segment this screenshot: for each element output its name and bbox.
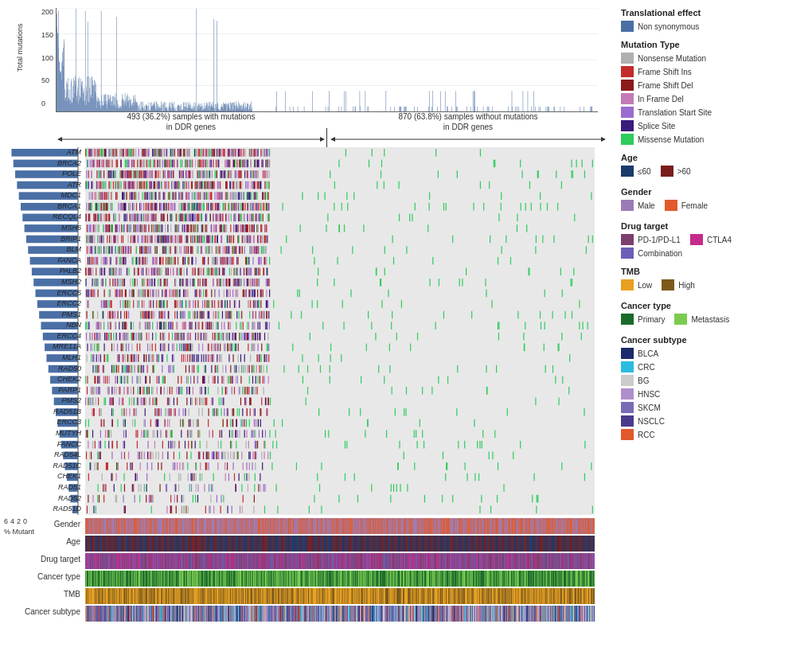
combination-color: [621, 248, 634, 259]
gene-name-rad51d: RAD51D: [4, 504, 84, 515]
gene-name-brca1: BRCA1: [4, 201, 84, 212]
gene-name-brip1: BRIP1: [4, 234, 84, 245]
gene-name-rad51: RAD51: [4, 482, 84, 493]
gene-name-palb2: PALB2: [4, 266, 84, 277]
gene-name-atm: ATM: [4, 147, 84, 158]
legend-drug-title: Drug target: [621, 221, 804, 231]
legend-gender: Gender Male Female: [621, 187, 804, 213]
legend-item-non-synonymous: Non synonymous: [621, 21, 804, 32]
y-axis-labels: 200 150 100 50 0: [41, 8, 53, 107]
legend-age: Age ≤60 >60: [621, 153, 804, 179]
gene-name-parp1: PARP1: [4, 385, 84, 396]
gene-name-mutyh: MUTYH: [4, 428, 84, 439]
legend-tmb-title: TMB: [621, 267, 804, 276]
track-label-age: Age: [4, 533, 84, 551]
nonsense-color: [621, 53, 634, 64]
gene-name-ercc4: ERCC4: [4, 331, 84, 342]
blca-color: [621, 348, 634, 359]
top-chart-area: Total mutations 200 150 100 50 0: [8, 4, 609, 119]
legend-drug-target: Drug target PD-1/PD-L1 CTLA4 Combination: [621, 221, 804, 259]
primary-color: [621, 314, 634, 325]
gene-name-chek1: CHEK1: [4, 471, 84, 482]
track-label-gender: Gender: [4, 516, 84, 533]
male-color: [621, 200, 634, 211]
gene-name-rad54l: RAD54L: [4, 450, 84, 461]
y-axis-title: Total mutations: [16, 23, 24, 72]
arrow-divider: [326, 128, 327, 147]
legend-mutation-title: Mutation Type: [621, 40, 804, 49]
gene-name-pole: POLE: [4, 169, 84, 180]
gene-name-atr: ATR: [4, 180, 84, 191]
crc-color: [621, 361, 634, 372]
gene-name-rad52: RAD52: [4, 493, 84, 505]
gene-name-nbn: NBN: [4, 320, 84, 331]
bottom-tracks: [85, 517, 595, 633]
gene-name-fancc: FANCC: [4, 439, 84, 450]
legend-mutation-type: Mutation Type Nonsense Mutation Frame Sh…: [621, 40, 804, 145]
missense-color: [621, 134, 634, 145]
tmb-high-color: [662, 279, 674, 290]
splice-site-color: [621, 120, 634, 131]
ctla4-color: [690, 234, 703, 245]
gene-name-recql4: RECQL4: [4, 212, 84, 223]
gene-name-msh2: MSH2: [4, 277, 84, 288]
gene-name-fanca: FANCA: [4, 255, 84, 267]
legend-age-title: Age: [621, 153, 804, 162]
gene-name-blm: BLM: [4, 244, 84, 255]
gene-name-rad51b: RAD51B: [4, 407, 84, 418]
female-color: [665, 200, 677, 211]
hnsc-color: [621, 388, 634, 400]
metastasis-color: [674, 314, 687, 325]
legend-translational-effect: Translational effect Non synonymous: [621, 8, 804, 32]
gene-name-ercc5: ERCC5: [4, 288, 84, 299]
gene-name-brca2: BRCA2: [4, 158, 84, 170]
main-container: Total mutations 200 150 100 50 0 493 (36…: [0, 0, 812, 655]
legend-gender-title: Gender: [621, 187, 804, 197]
oncoprint-matrix: [85, 147, 595, 515]
legend-translational-title: Translational effect: [621, 8, 804, 18]
track-label-subtype: Cancer subtype: [4, 603, 84, 621]
gene-name-rad50: RAD50: [4, 364, 84, 375]
bg-color: [621, 375, 634, 386]
gene-name-chek2: CHEK2: [4, 374, 84, 385]
right-panel: Translational effect Non synonymous Muta…: [613, 0, 812, 655]
legend-cancer-subtype-title: Cancer subtype: [621, 335, 804, 345]
gene-name-pms1: PMS1: [4, 310, 84, 321]
track-label-tmb: TMB: [4, 586, 84, 603]
frameshift-ins-color: [621, 66, 634, 77]
gene-name-ercc3: ERCC3: [4, 417, 84, 428]
legend-cancer-subtype: Cancer subtype BLCA CRC BG HNSC SKCM NSC…: [621, 335, 804, 440]
gene-names-list: ATMBRCA2POLEATRMDC1BRCA1RECQL4MSH6BRIP1B…: [4, 147, 84, 515]
gene-name-rad51c: RAD51C: [4, 461, 84, 472]
sample-label-right: 870 (63.8%) samples without mutationsin …: [329, 111, 607, 132]
legend-tmb: TMB Low High: [621, 267, 804, 293]
gene-name-mre11a: MRE11A: [4, 341, 84, 353]
gene-name-ercc2: ERCC2: [4, 298, 84, 310]
sample-label-left: 493 (36.2%) samples with mutationsin DDR…: [56, 111, 326, 132]
skcm-color: [621, 402, 634, 413]
gene-name-pms2: PMS2: [4, 396, 84, 407]
gene-name-mlh1: MLH1: [4, 353, 84, 364]
pd1-color: [621, 234, 634, 245]
frameshift-del-color: [621, 80, 634, 91]
legend-cancer-type-title: Cancer type: [621, 301, 804, 310]
tmb-low-color: [621, 279, 634, 290]
track-labels: Gender Age Drug target Cancer type TMB C…: [4, 516, 84, 621]
left-panel: Total mutations 200 150 100 50 0 493 (36…: [0, 0, 613, 655]
nsclc-color: [621, 415, 634, 427]
top-bar-chart: [56, 8, 598, 112]
translation-start-color: [621, 107, 634, 118]
inframe-del-color: [621, 93, 634, 104]
legend-cancer-type: Cancer type Primary Metastasis: [621, 301, 804, 327]
rcc-color: [621, 429, 634, 440]
gene-name-mdc1: MDC1: [4, 190, 84, 201]
gene-name-msh6: MSH6: [4, 223, 84, 234]
age-le60-color: [621, 166, 634, 177]
age-gt60-color: [661, 166, 673, 177]
track-label-cancer-type: Cancer type: [4, 568, 84, 586]
arrow-right: [329, 134, 607, 146]
track-label-drug: Drug target: [4, 551, 84, 568]
arrow-left: [56, 134, 326, 146]
non-synonymous-color: [621, 21, 634, 32]
